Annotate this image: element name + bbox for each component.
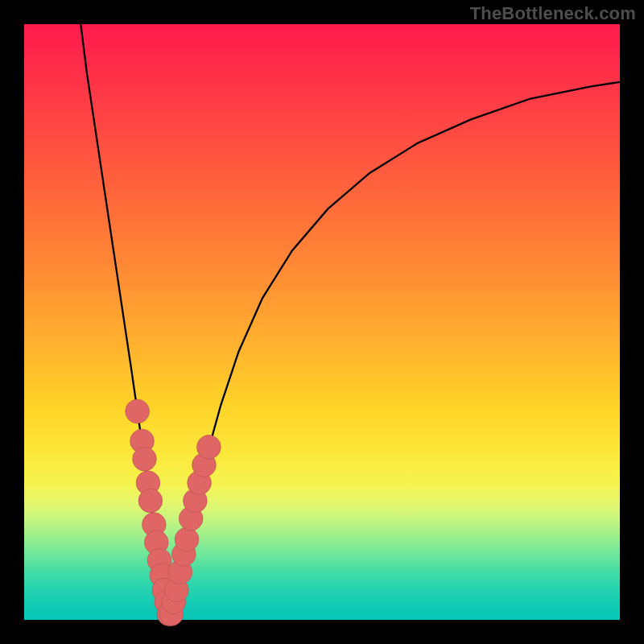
outer-frame: TheBottleneck.com	[0, 0, 644, 644]
marker-m23	[197, 436, 221, 460]
marker-m18	[175, 527, 199, 551]
marker-m1	[126, 399, 150, 423]
marker-layer	[126, 399, 221, 625]
chart-svg	[24, 24, 620, 620]
marker-m5	[138, 489, 163, 513]
curve-right	[170, 82, 620, 620]
marker-m3	[133, 447, 157, 471]
watermark-text: TheBottleneck.com	[470, 3, 636, 24]
plot-area	[24, 24, 620, 620]
